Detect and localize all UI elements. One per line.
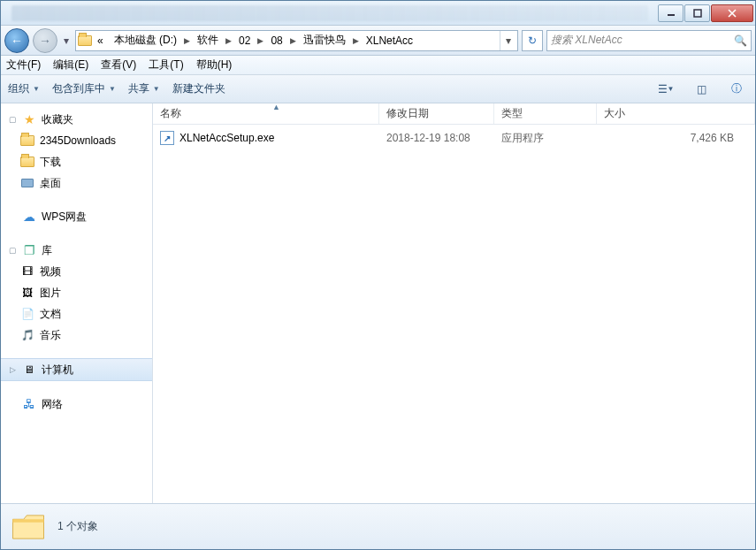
minimize-button[interactable] bbox=[658, 4, 683, 22]
address-dropdown-icon[interactable]: ▾ bbox=[500, 31, 515, 50]
picture-icon: 🖼 bbox=[20, 286, 34, 300]
folder-icon bbox=[20, 155, 34, 169]
file-list[interactable]: ↗XLNetAccSetup.exe 2018-12-19 18:08 应用程序… bbox=[153, 125, 755, 503]
expand-icon[interactable]: ▷ bbox=[8, 361, 17, 378]
breadcrumb-item[interactable]: 本地磁盘 (D:) bbox=[109, 31, 182, 50]
sidebar-item-desktop[interactable]: 桌面 bbox=[1, 172, 152, 194]
history-dropdown-icon[interactable]: ▾ bbox=[61, 34, 72, 47]
breadcrumb-item[interactable]: 08 bbox=[265, 31, 287, 50]
sidebar-label: 下载 bbox=[40, 153, 61, 171]
breadcrumb-prefix: « bbox=[92, 31, 109, 50]
music-icon: 🎵 bbox=[20, 328, 34, 342]
view-options-button[interactable]: ☰ ▼ bbox=[654, 80, 677, 99]
collapse-icon[interactable]: ▢ bbox=[8, 111, 17, 128]
sidebar-item-videos[interactable]: 🎞视频 bbox=[1, 261, 152, 282]
maximize-button[interactable] bbox=[684, 4, 710, 22]
sort-asc-icon: ▲ bbox=[272, 103, 280, 111]
folder-large-icon bbox=[10, 508, 47, 546]
sidebar-label: 文档 bbox=[40, 305, 61, 323]
sidebar-label: 计算机 bbox=[42, 361, 73, 378]
sidebar-label: 库 bbox=[42, 241, 52, 259]
file-list-pane: 名称▲ 修改日期 类型 大小 ↗XLNetAccSetup.exe 2018-1… bbox=[153, 103, 755, 503]
preview-pane-button[interactable]: ◫ bbox=[690, 80, 713, 99]
sidebar-label: 2345Downloads bbox=[40, 132, 116, 149]
details-pane: 1 个对象 bbox=[1, 503, 755, 549]
breadcrumb-item[interactable]: 软件 bbox=[192, 31, 224, 50]
sidebar-label: 视频 bbox=[40, 263, 61, 280]
file-row[interactable]: ↗XLNetAccSetup.exe 2018-12-19 18:08 应用程序… bbox=[153, 128, 755, 148]
column-date[interactable]: 修改日期 bbox=[379, 103, 494, 124]
sidebar-label: WPS网盘 bbox=[42, 208, 87, 225]
svg-rect-1 bbox=[694, 10, 701, 17]
network-icon: 🖧 bbox=[22, 397, 36, 411]
help-button[interactable]: ⓘ bbox=[725, 80, 748, 99]
sidebar-item-music[interactable]: 🎵音乐 bbox=[1, 325, 152, 346]
cloud-icon: ☁ bbox=[22, 210, 36, 224]
sidebar-wps[interactable]: ☁WPS网盘 bbox=[1, 206, 152, 227]
chevron-right-icon[interactable]: ▶ bbox=[256, 36, 265, 45]
sidebar-item-2345downloads[interactable]: 2345Downloads bbox=[1, 130, 152, 151]
search-placeholder: 搜索 XLNetAcc bbox=[551, 33, 622, 48]
sidebar-network[interactable]: 🖧网络 bbox=[1, 393, 152, 415]
sidebar-label: 音乐 bbox=[40, 326, 61, 344]
breadcrumb-item[interactable]: XLNetAcc bbox=[361, 31, 418, 50]
menu-view[interactable]: 查看(V) bbox=[101, 57, 136, 73]
new-folder-button[interactable]: 新建文件夹 bbox=[172, 81, 225, 96]
star-icon: ★ bbox=[22, 112, 36, 126]
sidebar-item-documents[interactable]: 📄文档 bbox=[1, 303, 152, 325]
column-name[interactable]: 名称▲ bbox=[153, 103, 379, 124]
sidebar-label: 收藏夹 bbox=[42, 111, 73, 128]
forward-button[interactable]: → bbox=[33, 28, 57, 53]
library-icon: ❐ bbox=[22, 243, 36, 257]
search-icon[interactable]: 🔍 bbox=[734, 34, 747, 47]
menu-tools[interactable]: 工具(T) bbox=[149, 57, 183, 73]
folder-icon bbox=[78, 34, 92, 48]
menu-bar: 文件(F) 编辑(E) 查看(V) 工具(T) 帮助(H) bbox=[1, 56, 755, 75]
sidebar-item-downloads[interactable]: 下载 bbox=[1, 151, 152, 172]
chevron-right-icon[interactable]: ▶ bbox=[351, 36, 361, 45]
menu-help[interactable]: 帮助(H) bbox=[196, 57, 233, 73]
search-input[interactable]: 搜索 XLNetAcc 🔍 bbox=[546, 30, 752, 51]
sidebar-label: 图片 bbox=[40, 284, 61, 302]
sidebar-computer[interactable]: ▷🖥计算机 bbox=[1, 358, 152, 381]
navigation-pane[interactable]: ▢★收藏夹 2345Downloads 下载 桌面 ☁WPS网盘 ▢❐库 🎞视频… bbox=[1, 103, 153, 503]
status-count: 1 个对象 bbox=[57, 519, 98, 534]
chevron-right-icon[interactable]: ▶ bbox=[182, 36, 192, 45]
document-icon: 📄 bbox=[20, 307, 34, 321]
column-type[interactable]: 类型 bbox=[494, 103, 597, 124]
back-button[interactable]: ← bbox=[4, 28, 29, 53]
sidebar-label: 网络 bbox=[42, 395, 63, 413]
chevron-right-icon[interactable]: ▶ bbox=[288, 36, 298, 45]
nav-bar: ← → ▾ « 本地磁盘 (D:)▶ 软件▶ 02▶ 08▶ 迅雷快鸟▶ XLN… bbox=[1, 26, 755, 56]
computer-icon: 🖥 bbox=[22, 363, 36, 377]
collapse-icon[interactable]: ▢ bbox=[8, 241, 17, 259]
file-type: 应用程序 bbox=[494, 131, 597, 146]
sidebar-item-pictures[interactable]: 🖼图片 bbox=[1, 282, 152, 303]
video-icon: 🎞 bbox=[20, 264, 34, 279]
chevron-right-icon[interactable]: ▶ bbox=[224, 36, 233, 45]
explorer-window: ← → ▾ « 本地磁盘 (D:)▶ 软件▶ 02▶ 08▶ 迅雷快鸟▶ XLN… bbox=[0, 0, 756, 550]
desktop-icon bbox=[20, 176, 34, 190]
breadcrumb-item[interactable]: 02 bbox=[233, 31, 256, 50]
file-name: XLNetAccSetup.exe bbox=[179, 132, 274, 144]
sidebar-libraries[interactable]: ▢❐库 bbox=[1, 240, 152, 261]
chevron-down-icon: ▼ bbox=[33, 85, 40, 93]
organize-button[interactable]: 组织 ▼ bbox=[8, 81, 40, 96]
close-button[interactable] bbox=[711, 4, 753, 22]
body: ▢★收藏夹 2345Downloads 下载 桌面 ☁WPS网盘 ▢❐库 🎞视频… bbox=[1, 103, 755, 503]
title-bar bbox=[1, 1, 755, 26]
chevron-down-icon: ▼ bbox=[153, 85, 160, 93]
sidebar-label: 桌面 bbox=[40, 174, 61, 192]
column-size[interactable]: 大小 bbox=[597, 103, 755, 124]
refresh-button[interactable]: ↻ bbox=[522, 30, 543, 51]
menu-edit[interactable]: 编辑(E) bbox=[53, 57, 88, 73]
breadcrumb-item[interactable]: 迅雷快鸟 bbox=[298, 31, 351, 50]
menu-file[interactable]: 文件(F) bbox=[6, 57, 41, 73]
exe-icon: ↗ bbox=[160, 131, 174, 145]
address-bar[interactable]: « 本地磁盘 (D:)▶ 软件▶ 02▶ 08▶ 迅雷快鸟▶ XLNetAcc … bbox=[75, 30, 518, 51]
include-in-library-button[interactable]: 包含到库中 ▼ bbox=[52, 81, 116, 96]
share-button[interactable]: 共享 ▼ bbox=[128, 81, 160, 96]
sidebar-favorites[interactable]: ▢★收藏夹 bbox=[1, 109, 152, 130]
chevron-down-icon: ▼ bbox=[109, 85, 116, 93]
title-blur bbox=[11, 5, 648, 21]
